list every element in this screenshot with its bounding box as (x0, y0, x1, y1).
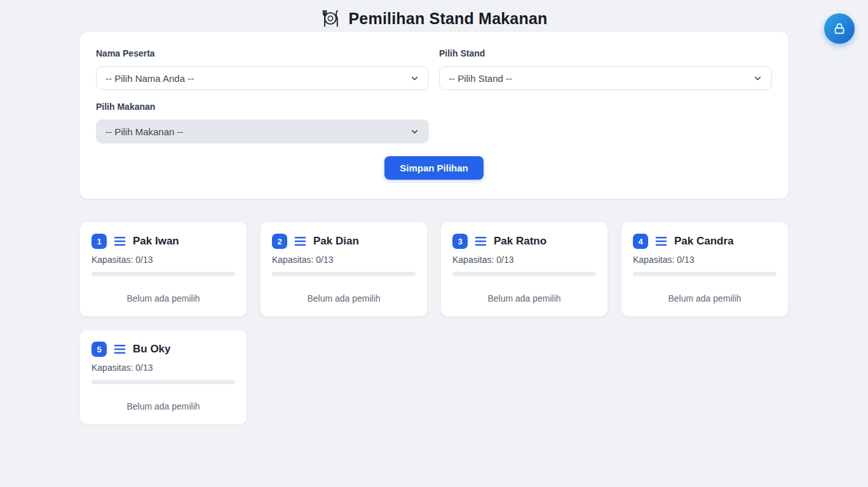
stand-number-badge: 1 (92, 234, 107, 249)
capacity-label: Kapasitas: 0/13 (92, 363, 235, 373)
stand-name: Pak Candra (674, 235, 734, 248)
capacity-label: Kapasitas: 0/13 (272, 255, 416, 265)
menu-lines-icon (655, 236, 667, 246)
menu-lines-icon (475, 236, 487, 246)
selection-form-card: Nama Peserta -- Pilih Nama Anda -- Pilih… (79, 32, 789, 199)
simpan-pilihan-button[interactable]: Simpan Pilihan (384, 156, 484, 180)
stand-name: Bu Oky (133, 343, 171, 356)
stand-name: Pak Dian (313, 235, 359, 248)
menu-lines-icon (294, 236, 306, 246)
chevron-down-icon (753, 74, 763, 83)
chevron-down-icon (410, 74, 419, 83)
stand-number-badge: 2 (272, 234, 287, 249)
pilih-stand-selected-value: -- Pilih Stand -- (449, 73, 512, 84)
nama-peserta-select[interactable]: -- Pilih Nama Anda -- (96, 66, 429, 90)
stand-name: Pak Iwan (133, 235, 179, 248)
lock-icon (832, 22, 846, 36)
stand-card-pak-iwan: 1 Pak Iwan Kapasitas: 0/13 Belum ada pem… (79, 222, 247, 317)
empty-pickers-label: Belum ada pemilih (272, 293, 416, 304)
stand-name: Pak Ratno (494, 235, 546, 248)
capacity-label: Kapasitas: 0/13 (452, 255, 596, 265)
pilih-makanan-select: -- Pilih Makanan -- (96, 119, 429, 143)
field-pilih-stand: Pilih Stand -- Pilih Stand -- (439, 48, 772, 90)
stand-number-badge: 3 (452, 234, 468, 249)
nama-peserta-label: Nama Peserta (96, 48, 429, 58)
capacity-progress-bar (272, 272, 416, 276)
stand-card-pak-ratno: 3 Pak Ratno Kapasitas: 0/13 Belum ada pe… (440, 222, 608, 317)
capacity-progress-bar (92, 272, 235, 276)
capacity-progress-bar (452, 272, 596, 276)
page-header: Pemilihan Stand Makanan (0, 0, 868, 22)
stands-grid: 1 Pak Iwan Kapasitas: 0/13 Belum ada pem… (79, 222, 789, 425)
fork-knife-plate-icon (320, 9, 341, 28)
field-pilih-makanan: Pilih Makanan -- Pilih Makanan -- (96, 102, 429, 143)
stand-number-badge: 5 (92, 342, 107, 357)
lock-button[interactable] (824, 13, 855, 44)
capacity-progress-bar (633, 272, 776, 276)
capacity-label: Kapasitas: 0/13 (633, 255, 776, 265)
capacity-label: Kapasitas: 0/13 (92, 255, 235, 265)
capacity-progress-bar (92, 380, 235, 384)
empty-pickers-label: Belum ada pemilih (92, 401, 235, 411)
menu-lines-icon (114, 236, 126, 246)
stand-card-pak-dian: 2 Pak Dian Kapasitas: 0/13 Belum ada pem… (260, 222, 428, 317)
menu-lines-icon (114, 344, 126, 354)
nama-peserta-selected-value: -- Pilih Nama Anda -- (105, 73, 194, 84)
empty-pickers-label: Belum ada pemilih (92, 293, 235, 304)
chevron-down-icon (410, 127, 419, 137)
pilih-stand-label: Pilih Stand (439, 48, 772, 58)
empty-pickers-label: Belum ada pemilih (452, 293, 596, 304)
pilih-makanan-label: Pilih Makanan (96, 102, 429, 112)
pilih-makanan-selected-value: -- Pilih Makanan -- (105, 126, 184, 137)
stand-card-bu-oky: 5 Bu Oky Kapasitas: 0/13 Belum ada pemil… (79, 330, 247, 425)
stand-number-badge: 4 (633, 234, 648, 249)
empty-pickers-label: Belum ada pemilih (633, 293, 776, 304)
page-title: Pemilihan Stand Makanan (348, 10, 547, 28)
pilih-stand-select[interactable]: -- Pilih Stand -- (439, 66, 772, 90)
stand-card-pak-candra: 4 Pak Candra Kapasitas: 0/13 Belum ada p… (621, 222, 789, 317)
field-nama-peserta: Nama Peserta -- Pilih Nama Anda -- (96, 48, 429, 90)
